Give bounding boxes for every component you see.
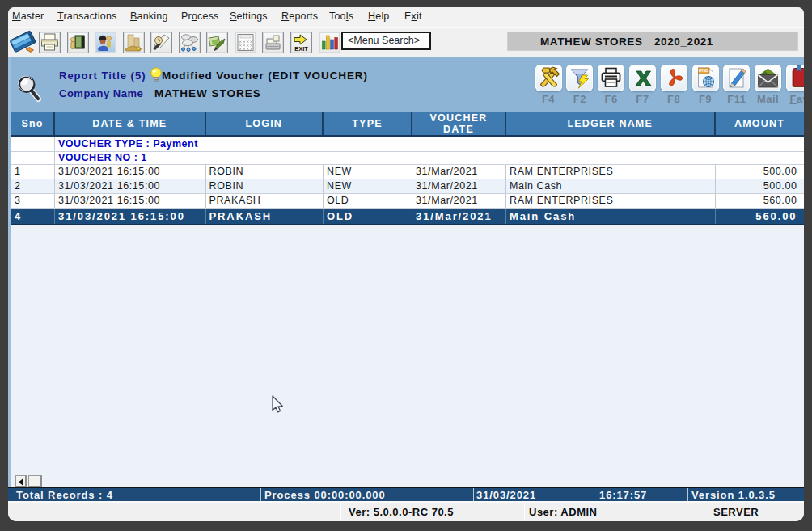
svg-text:HTML: HTML: [698, 69, 708, 73]
svg-text:EXIT: EXIT: [294, 45, 308, 53]
